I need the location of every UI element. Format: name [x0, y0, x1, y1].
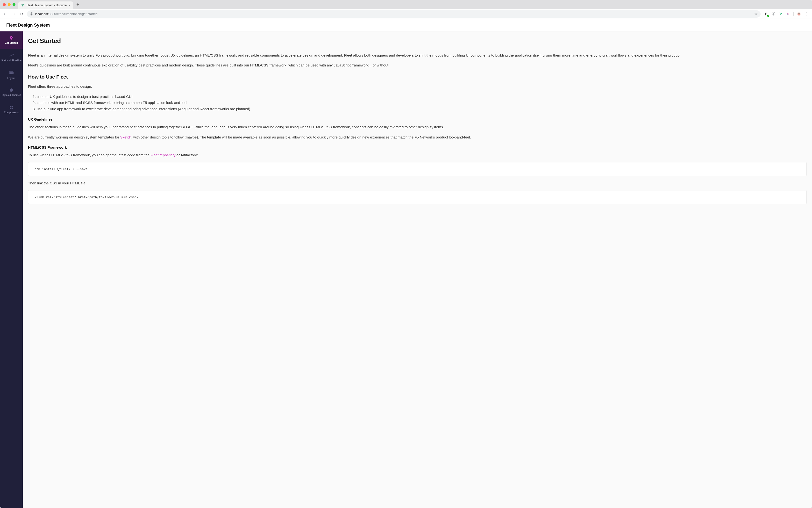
- list-item: use our UX guidelines to design a best p…: [37, 93, 807, 100]
- how-to-heading: How to Use Fleet: [28, 74, 807, 80]
- app-body: Get Started Status & Timeline Layout: [0, 32, 812, 508]
- svg-point-2: [799, 13, 800, 14]
- browser-menu-button[interactable]: ⋮: [804, 12, 808, 16]
- sidebar-item-label: Components: [4, 111, 18, 114]
- sidebar-item-layout[interactable]: Layout: [0, 66, 23, 84]
- extension-icons: 1 ⓘ ⋮: [763, 12, 810, 16]
- svg-point-1: [798, 13, 799, 14]
- browser-tab[interactable]: Fleet Design System - Docume ×: [18, 1, 73, 9]
- browser-titlebar: Fleet Design System - Docume × +: [0, 0, 812, 9]
- sidebar-item-status-timeline[interactable]: Status & Timeline: [0, 49, 23, 66]
- palette-icon: [9, 88, 13, 92]
- how-to-intro: Fleet offers three approaches to design:: [28, 84, 807, 89]
- intro-paragraph-1: Fleet is an internal design system to un…: [28, 52, 807, 58]
- sidebar-item-styles-themes[interactable]: Styles & Themes: [0, 84, 23, 101]
- app-header: Fleet Design System: [0, 19, 812, 32]
- maximize-window-button[interactable]: [12, 3, 15, 6]
- intro-paragraph-2: Fleet's guidelines are built around cont…: [28, 62, 807, 68]
- bookmark-icon[interactable]: ☆: [754, 12, 758, 16]
- code-block-npm[interactable]: npm install @fleet/ui --save: [28, 162, 807, 176]
- approaches-list: use our UX guidelines to design a best p…: [37, 93, 807, 112]
- sketch-link[interactable]: Sketch: [120, 135, 131, 139]
- close-tab-icon[interactable]: ×: [68, 3, 70, 7]
- sidebar-item-label: Get Started: [5, 42, 18, 44]
- extension-info-icon[interactable]: ⓘ: [772, 12, 775, 16]
- extension-play-icon[interactable]: [786, 12, 790, 16]
- ux-paragraph-2: We are currently working on design syste…: [28, 134, 807, 140]
- site-info-icon[interactable]: ⓘ: [30, 12, 33, 16]
- ux-guidelines-heading: UX Guidelines: [28, 117, 807, 121]
- content[interactable]: Get Started Fleet is an internal design …: [23, 32, 812, 508]
- close-window-button[interactable]: [3, 3, 6, 6]
- tab-title: Fleet Design System - Docume: [27, 4, 67, 7]
- sidebar-item-label: Layout: [7, 77, 15, 80]
- forward-button[interactable]: [11, 11, 16, 17]
- extension-devtools-icon[interactable]: 1: [764, 12, 768, 16]
- ux-paragraph-1: The other sections in these guidelines w…: [28, 124, 807, 130]
- url-text: localhost:8080/#/documentation/get-start…: [35, 12, 98, 16]
- address-bar[interactable]: ⓘ localhost:8080/#/documentation/get-sta…: [27, 10, 761, 18]
- back-button[interactable]: [2, 11, 8, 17]
- grid-icon: [9, 105, 13, 110]
- timeline-icon: [9, 53, 14, 58]
- sidebar-item-label: Styles & Themes: [2, 94, 21, 97]
- app-title: Fleet Design System: [6, 23, 50, 28]
- minimize-window-button[interactable]: [8, 3, 11, 6]
- extension-vue-icon[interactable]: [779, 12, 783, 16]
- traffic-lights: [3, 3, 15, 6]
- framework-heading: HTML/CSS Framework: [28, 145, 807, 150]
- sidebar-item-label: Status & Timeline: [1, 59, 21, 62]
- repo-link[interactable]: Fleet repository: [150, 153, 175, 157]
- browser-toolbar: ⓘ localhost:8080/#/documentation/get-sta…: [0, 9, 812, 19]
- devices-icon: [9, 70, 14, 75]
- code-block-link[interactable]: <link rel="stylesheet" href="path/to/fle…: [28, 190, 807, 204]
- profile-avatar-icon[interactable]: [797, 12, 801, 16]
- page-title: Get Started: [28, 37, 807, 45]
- svg-point-0: [797, 12, 800, 15]
- vue-favicon-icon: [21, 3, 25, 7]
- map-pin-icon: [9, 36, 13, 40]
- framework-paragraph: To use Fleet's HTML/SCSS framework, you …: [28, 152, 807, 158]
- new-tab-button[interactable]: +: [75, 2, 81, 7]
- browser-window: Fleet Design System - Docume × + ⓘ local…: [0, 0, 812, 508]
- sidebar-item-get-started[interactable]: Get Started: [0, 32, 23, 49]
- list-item: combine with our HTML and SCSS framework…: [37, 99, 807, 106]
- list-item: use our Vue app framework to excelerate …: [37, 106, 807, 112]
- page: Fleet Design System Get Started Status &…: [0, 19, 812, 508]
- reload-button[interactable]: [19, 11, 25, 17]
- link-css-paragraph: Then link the CSS in your HTML file.: [28, 180, 807, 186]
- sidebar-item-components[interactable]: Components: [0, 101, 23, 118]
- sidebar: Get Started Status & Timeline Layout: [0, 32, 23, 508]
